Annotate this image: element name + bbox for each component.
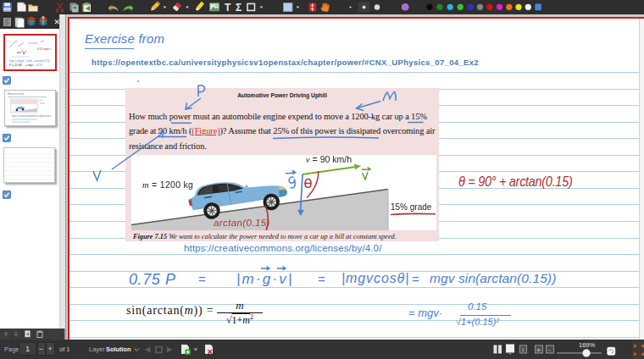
- svg-text:↔: ↔: [547, 347, 551, 353]
- svg-text:0.15 mgv·c: 0.15 mgv·c: [37, 47, 52, 51]
- svg-text:√0.15: √0.15: [36, 64, 42, 67]
- svg-text:Σ: Σ: [236, 2, 242, 14]
- svg-text:mgv = |mgv| · cosθ + arctan(0.: mgv = |mgv| · cosθ + arctan(0.15): [9, 59, 50, 63]
- svg-text:169%: 169%: [579, 341, 596, 349]
- svg-text:2: 2: [522, 347, 525, 353]
- svg-text:https://creativecommons.org/li: https://creativecommons.org/licenses: [12, 114, 52, 118]
- svg-text:P = 25 kW = mgv·: P = 25 kW = mgv·: [9, 64, 34, 67]
- svg-text:Exercise from: Exercise from: [8, 92, 25, 96]
- svg-text:T: T: [225, 2, 231, 14]
- svg-text:⊞: ⊞: [536, 347, 541, 353]
